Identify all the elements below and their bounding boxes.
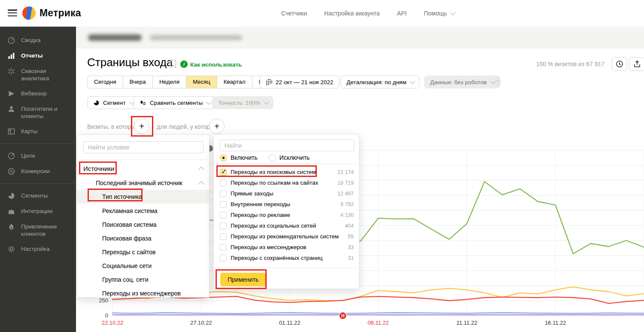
option-social[interactable]: Переходы из социальных сетей 404 — [214, 220, 359, 231]
option-recommendations[interactable]: Переходы из рекомендательных систем 55 — [214, 231, 359, 242]
radio-icon — [269, 154, 276, 161]
option-search-engines[interactable]: Переходы из поисковых систем 22 174 — [214, 167, 359, 177]
brand-logo[interactable]: Метрика — [22, 6, 81, 20]
svg-text:0: 0 — [105, 312, 108, 319]
how-to-use-link[interactable]: Как использовать — [190, 61, 242, 68]
pie-icon — [93, 100, 100, 106]
date-range-label: 22 окт — 21 ноя 2022 — [276, 79, 333, 85]
help-icon[interactable]: ? — [494, 78, 501, 85]
include-radio[interactable]: Включить — [220, 154, 258, 161]
checkbox-icon[interactable] — [220, 190, 227, 197]
add-visits-condition-button[interactable]: + — [134, 119, 149, 134]
period-month-selected[interactable]: Месяц — [186, 76, 217, 88]
tree-item-search-phrase[interactable]: Поисковая фраза — [77, 231, 210, 245]
nav-help[interactable]: Помощь — [424, 10, 454, 17]
visits-filter-label: Визиты, в которых — [87, 123, 139, 130]
collapse-caret-icon[interactable] — [198, 167, 204, 173]
detail-dropdown[interactable]: Детализация: по дням — [340, 76, 419, 88]
tree-item-search-engine[interactable]: Поисковая система — [77, 218, 210, 231]
sidebar-item-summary[interactable]: Сводка — [0, 33, 76, 48]
sidebar-item-conversions[interactable]: Конверсии — [0, 164, 76, 179]
data-mode-dropdown[interactable]: Данные: без роботов — [424, 76, 500, 88]
accuracy-dropdown[interactable]: Точность: 100% — [212, 96, 273, 109]
svg-text:16.11.22: 16.11.22 — [545, 320, 566, 326]
sidebar-item-visitors[interactable]: Посетители и клиенты — [0, 101, 76, 124]
tree-item-ad-system[interactable]: Рекламная система — [77, 204, 210, 218]
period-yesterday[interactable]: Вчера — [123, 76, 152, 88]
svg-text:06.11.22: 06.11.22 — [368, 320, 389, 326]
tree-item-social-networks[interactable]: Социальные сети — [77, 259, 210, 273]
export-button[interactable] — [629, 57, 644, 71]
checkbox-icon[interactable] — [220, 244, 227, 251]
checkbox-icon[interactable] — [220, 233, 227, 240]
history-button[interactable] — [612, 57, 627, 71]
layout-icon — [7, 128, 15, 135]
svg-text:01.11.22: 01.11.22 — [279, 320, 301, 326]
tree-item-recommendation-clipped[interactable]: Переходы из рекомендательных — [77, 294, 210, 298]
hamburger-menu-icon[interactable] — [8, 9, 17, 17]
period-tabs: Сегодня Вчера Неделя Месяц Квартал Год — [87, 76, 275, 88]
flame-icon — [7, 223, 15, 231]
sidebar-divider — [0, 183, 76, 184]
nav-counters[interactable]: Счетчики — [281, 10, 307, 17]
svg-text:250: 250 — [99, 297, 108, 304]
divider — [77, 159, 209, 160]
info-icon: i — [180, 61, 188, 68]
period-week[interactable]: Неделя — [152, 76, 186, 88]
option-internal[interactable]: Внутренние переходы 9 792 — [214, 199, 359, 210]
sidebar-item-settings[interactable]: Настройка — [0, 241, 76, 257]
segment-dropdown[interactable]: Сегмент — [87, 96, 139, 109]
nav-api[interactable]: API — [397, 10, 407, 17]
sidebar-item-segments[interactable]: Сегменты — [0, 188, 76, 204]
sidebar-item-acquisition[interactable]: Привлечение клиентов — [0, 219, 76, 241]
option-saved-pages[interactable]: Переходы с сохранённых страниц 31 — [214, 253, 359, 263]
option-site-links[interactable]: Переходы по ссылкам на сайтах 18 719 — [214, 177, 359, 188]
redacted-counter-name — [88, 34, 142, 41]
option-ads[interactable]: Переходы по рекламе 4 130 — [214, 210, 359, 220]
tree-group-last-significant-source[interactable]: Последний значимый источник — [96, 180, 182, 186]
svg-text:11.11.22: 11.11.22 — [456, 320, 477, 326]
sidebar-item-maps[interactable]: Карты — [0, 124, 76, 139]
date-range-button[interactable]: 22 окт — 21 ноя 2022 — [260, 76, 339, 88]
redacted-counter-url — [150, 35, 242, 40]
tree-section-sources[interactable]: Источники — [83, 165, 114, 172]
tree-item-site-referrals[interactable]: Переходы с сайтов — [77, 245, 210, 259]
option-messengers[interactable]: Переходы из мессенджеров 33 — [214, 242, 359, 253]
sidebar-item-goals[interactable]: Цели — [0, 148, 76, 164]
exclude-radio[interactable]: Исключить — [269, 154, 310, 161]
svg-text:22.10.22: 22.10.22 — [102, 320, 124, 326]
tree-item-source-type-selected[interactable]: Тип источника — [77, 190, 210, 204]
sidebar-item-cross-analytics[interactable]: Сквозная аналитика — [0, 64, 76, 86]
visits-sample-info: 100 % визитов из 67 917 — [536, 61, 605, 67]
bar-chart-icon — [7, 52, 15, 60]
period-quarter[interactable]: Квартал — [217, 76, 252, 88]
checkbox-icon[interactable] — [220, 201, 227, 208]
collapse-caret-icon[interactable] — [198, 181, 204, 187]
nav-account-settings[interactable]: Настройка аккаунта — [324, 10, 380, 17]
compare-segments-dropdown[interactable]: Сравнить сегменты — [134, 96, 216, 109]
top-navigation: Счетчики Настройка аккаунта API Помощь — [281, 0, 454, 27]
sidebar: Сводка Отчеты Сквозная аналитика Вебвизо… — [0, 27, 76, 332]
tree-item-social-group[interactable]: Группа соц. сети — [77, 273, 210, 286]
add-people-condition-button[interactable]: + — [209, 119, 225, 134]
checkbox-icon[interactable] — [220, 212, 227, 219]
metrica-app: Метрика Счетчики Настройка аккаунта API … — [0, 0, 644, 332]
checkbox-icon[interactable] — [220, 222, 227, 229]
sidebar-item-webvisor[interactable]: Вебвизор — [0, 86, 76, 101]
options-search-input[interactable] — [220, 140, 354, 151]
checkbox-icon[interactable] — [220, 180, 227, 186]
radio-selected-icon — [220, 154, 227, 161]
chevron-down-icon — [264, 99, 270, 105]
apply-button[interactable]: Применить — [220, 273, 266, 286]
period-today[interactable]: Сегодня — [88, 76, 123, 88]
counter-strip — [76, 27, 644, 49]
condition-search-input[interactable] — [83, 141, 204, 153]
option-direct[interactable]: Прямые заходы 12 497 — [214, 188, 359, 199]
bookmark-icon[interactable] — [170, 60, 176, 68]
checkbox-checked-icon[interactable] — [220, 169, 227, 176]
sidebar-item-integrations[interactable]: Интеграции — [0, 204, 76, 219]
checkbox-icon[interactable] — [220, 255, 227, 262]
source-type-options-panel: Включить Исключить Переходы из поисковых… — [213, 134, 359, 289]
sidebar-item-reports[interactable]: Отчеты — [0, 48, 76, 64]
chevron-down-icon — [206, 99, 212, 105]
